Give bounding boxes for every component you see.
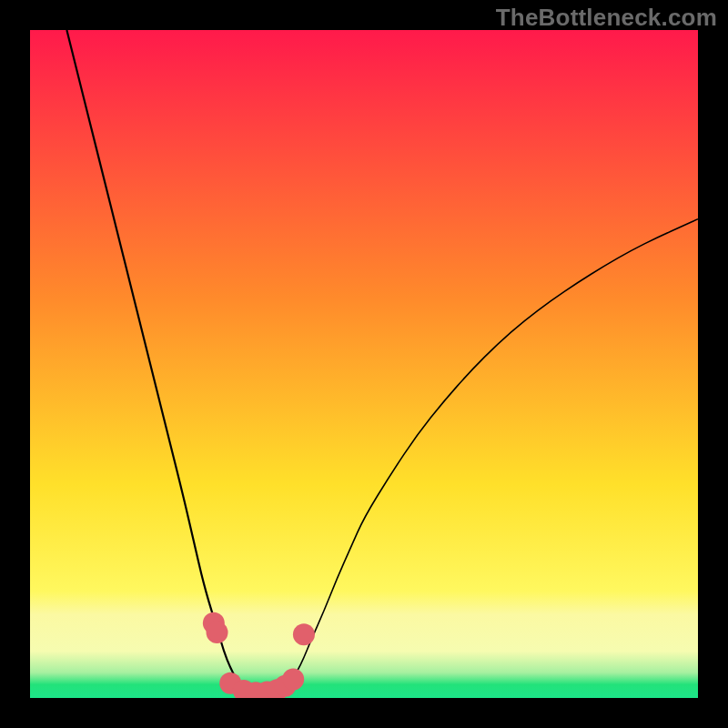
chart-frame: [30, 30, 698, 698]
data-dot: [207, 622, 228, 643]
data-dot: [293, 623, 315, 645]
data-dot: [282, 668, 304, 690]
gradient-bg: [30, 30, 698, 698]
attribution-label: TheBottleneck.com: [496, 4, 717, 32]
bottleneck-chart: [30, 30, 698, 698]
